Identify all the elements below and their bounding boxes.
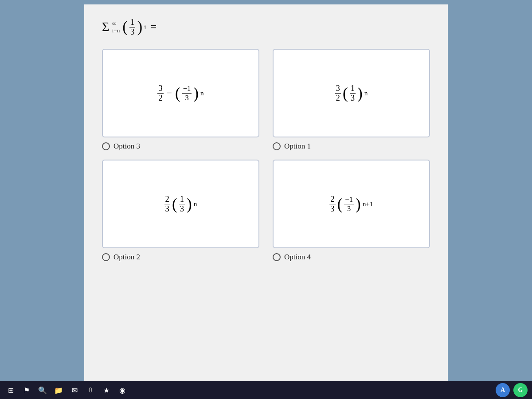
option2-formula: 2 3 ( 1 3 ) n [164,195,197,213]
summation-limits: ∞ i=n [112,20,120,34]
left-paren-question: ( [122,19,128,35]
option2-radio[interactable] [102,253,110,261]
taskbar: ⊞ ⚑ 🔍 📁 ✉ 0 ★ ◉ A G [0,381,532,399]
lparen-opt3: ( [175,86,180,101]
option4-text: Option 4 [284,253,311,262]
numerator-question: 1 [129,18,135,27]
lparen-opt2: ( [172,196,177,212]
circle-icon[interactable]: ◉ [116,384,129,396]
frac-2-3-opt4: 2 3 [329,195,335,213]
right-paren-question: ) [137,19,142,35]
option1-box[interactable]: 3 2 ( 1 3 ) n [273,49,430,137]
option4-formula: 2 3 ( −1 3 ) n+1 [329,195,373,213]
option1-text: Option 1 [284,142,311,151]
lparen-opt1: ( [343,86,348,101]
mail-icon[interactable]: ✉ [68,384,81,396]
search-taskbar-icon[interactable]: 🔍 [36,384,49,396]
rparen-opt1: ) [357,86,363,101]
frac-3-2-opt3: 3 2 [157,84,163,102]
rparen-opt3: ) [193,86,199,101]
main-panel: Σ ∞ i=n ( 1 3 ) i = 3 2 [84,4,448,386]
sigma-symbol: Σ [102,20,110,34]
neg-frac-opt4: −1 3 [344,195,354,213]
fraction-question: 1 3 [129,18,135,36]
exp-opt2: n [194,200,197,208]
option4-box[interactable]: 2 3 ( −1 3 ) n+1 [273,160,430,248]
frac-2-3-opt2: 2 3 [164,195,170,213]
question-formula: Σ ∞ i=n ( 1 3 ) i = [102,18,156,36]
question-header: Σ ∞ i=n ( 1 3 ) i = [102,18,430,36]
option3-box[interactable]: 3 2 − ( −1 3 ) n [102,49,259,137]
inner-frac-opt2: 1 3 [179,195,185,213]
lparen-opt4: ( [337,196,343,212]
exp-opt4: n+1 [363,200,373,208]
option3-label[interactable]: Option 3 [102,142,140,151]
exponent-question: i [144,23,146,31]
windows-icon[interactable]: ⊞ [4,384,17,396]
minus-opt3: − [167,87,172,99]
option4-label[interactable]: Option 4 [273,253,311,262]
option3-formula: 3 2 − ( −1 3 ) n [157,84,203,102]
option2-cell: 2 3 ( 1 3 ) n Option 2 [102,160,259,262]
flag-icon[interactable]: ⚑ [20,384,33,396]
upper-limit: ∞ [112,20,120,27]
options-grid: 3 2 − ( −1 3 ) n Option 3 [102,49,430,262]
frac-3-2-opt1: 3 2 [335,84,341,102]
star-icon[interactable]: ★ [100,384,113,396]
inner-frac-opt1: 1 3 [350,84,356,102]
equals-question: = [150,21,156,33]
option3-cell: 3 2 − ( −1 3 ) n Option 3 [102,49,259,151]
option3-text: Option 3 [113,142,140,151]
option3-radio[interactable] [102,142,110,150]
option1-cell: 3 2 ( 1 3 ) n Option 1 [273,49,430,151]
rparen-opt4: ) [356,196,361,212]
exp-opt3: n [200,89,204,97]
rparen-opt2: ) [187,196,192,212]
option2-text: Option 2 [113,253,140,262]
exp-opt1: n [364,89,368,97]
denominator-question: 3 [129,27,135,37]
lower-limit: i=n [112,27,120,34]
file-icon[interactable]: 📁 [52,384,65,396]
option4-cell: 2 3 ( −1 3 ) n+1 Option 4 [273,160,430,262]
option4-radio[interactable] [273,253,281,261]
option1-formula: 3 2 ( 1 3 ) n [335,84,368,102]
taskbar-btn-g[interactable]: G [513,383,528,397]
option2-label[interactable]: Option 2 [102,253,140,262]
zero-icon[interactable]: 0 [84,384,97,396]
option1-label[interactable]: Option 1 [273,142,311,151]
taskbar-right: A G [496,383,528,397]
option1-radio[interactable] [273,142,281,150]
neg-frac-opt3: −1 3 [182,84,192,102]
option2-box[interactable]: 2 3 ( 1 3 ) n [102,160,259,248]
taskbar-btn-a[interactable]: A [496,383,510,397]
